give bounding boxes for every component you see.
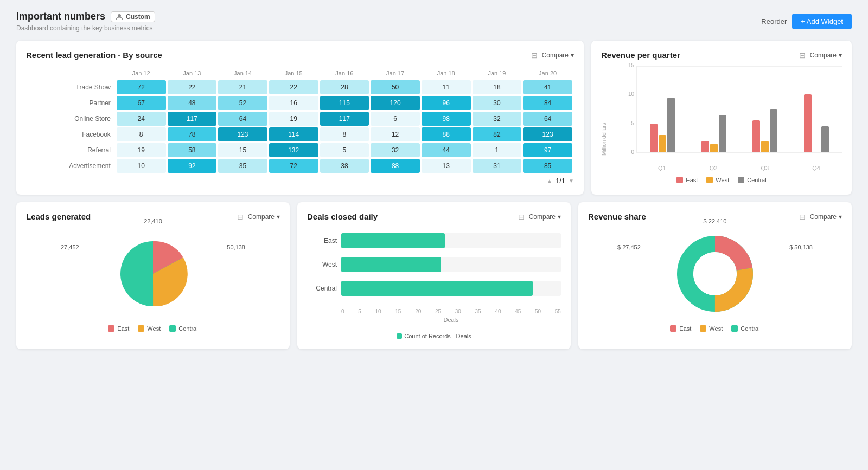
hbar-x-tick: 5: [358, 308, 361, 314]
chevron-down-icon-rq: ▾: [839, 51, 842, 59]
revenue-share-controls: ⊟ Compare ▾: [799, 213, 842, 221]
pagination: ▲ 1/1 ▼: [26, 177, 574, 185]
pie-label-west: 27,452: [61, 244, 79, 250]
hbar-x-tick: 45: [515, 308, 521, 314]
donut-label-west: $ 27,452: [617, 244, 641, 250]
custom-badge: Custom: [111, 11, 155, 22]
legend-west-lg: West: [138, 325, 161, 332]
leads-title: Leads generated: [26, 212, 91, 221]
compare-label: Compare: [542, 51, 569, 59]
leads-generated-widget: Leads generated ⊟ Compare ▾ 27,452 50,13…: [16, 202, 290, 349]
legend-west: West: [706, 177, 729, 183]
donut-area: $ 27,452 $ 50,138 $ 22,410: [588, 228, 842, 320]
legend-east-lg: East: [108, 325, 129, 332]
chevron-down-icon: ▾: [571, 51, 574, 59]
deals-controls: ⊟ Compare ▾: [518, 213, 561, 221]
revenue-bar-chart: 151050Q1Q2Q3Q4: [620, 66, 842, 171]
compare-label-dc: Compare: [529, 213, 556, 221]
hbar-row: Central: [307, 281, 561, 296]
pie-chart-svg: [110, 230, 196, 317]
heatmap-container: Jan 12Jan 13Jan 14Jan 15Jan 16Jan 17Jan …: [26, 66, 574, 185]
filter-icon[interactable]: ⊟: [531, 51, 538, 60]
chevron-down-icon-rs: ▾: [839, 213, 842, 221]
hbar-x-tick: 50: [535, 308, 541, 314]
donut-label-central: $ 50,138: [789, 244, 813, 250]
legend-central-lg: Central: [169, 325, 197, 332]
compare-button-lg[interactable]: Compare ▾: [248, 213, 280, 221]
legend-east: East: [676, 177, 698, 183]
pie-area: 27,452 50,138 22,410: [26, 228, 280, 320]
chevron-down-icon-dc: ▾: [558, 213, 561, 221]
svg-point-0: [118, 14, 121, 17]
deals-legend-item: Count of Records - Deals: [397, 333, 471, 339]
next-icon[interactable]: ▼: [569, 178, 574, 184]
donut-wrapper: $ 27,452 $ 50,138 $ 22,410: [661, 228, 769, 320]
heatmap-controls: ⊟ Compare ▾: [531, 51, 574, 60]
dashboard: Recent lead generation - By source ⊟ Com…: [16, 41, 852, 349]
hbar-row-label: West: [307, 261, 337, 268]
deals-legend: Count of Records - Deals: [307, 333, 561, 339]
compare-button[interactable]: Compare ▾: [542, 51, 574, 59]
donut-chart-svg: [672, 230, 758, 317]
pie-label-central: 50,138: [227, 244, 245, 250]
page-subtitle: Dashboard containing the key business me…: [16, 24, 155, 32]
heatmap-widget: Recent lead generation - By source ⊟ Com…: [16, 41, 584, 195]
compare-label-rs: Compare: [810, 213, 837, 221]
filter-icon-dc[interactable]: ⊟: [518, 213, 525, 221]
hbar-x-tick: 10: [375, 308, 381, 314]
add-widget-button[interactable]: + Add Widget: [792, 14, 852, 29]
deals-closed-widget: Deals closed daily ⊟ Compare ▾ East West…: [297, 202, 571, 349]
hbar-row: East: [307, 233, 561, 248]
revenue-share-legend: East West Central: [588, 325, 842, 332]
legend-central: Central: [738, 177, 766, 183]
header-left: Important numbers Custom Dashboard conta…: [16, 11, 155, 32]
filter-icon-rs[interactable]: ⊟: [799, 213, 806, 221]
hbar-row-label: East: [307, 237, 337, 244]
reorder-button[interactable]: Reorder: [761, 17, 787, 25]
badge-label: Custom: [126, 13, 150, 21]
compare-label-lg: Compare: [248, 213, 275, 221]
filter-icon-lg[interactable]: ⊟: [237, 213, 244, 221]
revenue-legend: East West Central: [601, 177, 842, 183]
revenue-quarter-title: Revenue per quarter: [601, 50, 680, 60]
hbar-fill: [341, 257, 441, 272]
hbar-track: [341, 233, 561, 248]
deals-legend-label: Count of Records - Deals: [404, 333, 471, 339]
revenue-share-title: Revenue share: [588, 212, 646, 221]
heatmap-table: Jan 12Jan 13Jan 14Jan 15Jan 16Jan 17Jan …: [26, 66, 574, 175]
y-axis-title: Million dollars: [601, 66, 607, 156]
title-text: Important numbers: [16, 11, 105, 22]
leads-legend: East West Central: [26, 325, 280, 332]
hbar-x-ticks: 0510152025303540455055: [307, 305, 561, 314]
pie-wrapper: 27,452 50,138 22,410: [99, 228, 207, 320]
compare-button-dc[interactable]: Compare ▾: [529, 213, 561, 221]
page-indicator: 1/1: [556, 177, 565, 185]
bottom-row: Leads generated ⊟ Compare ▾ 27,452 50,13…: [16, 202, 852, 349]
hbar-x-tick: 25: [435, 308, 441, 314]
hbar-chart: East West Central 0510152025303540455055…: [307, 228, 561, 329]
revenue-quarter-controls: ⊟ Compare ▾: [799, 51, 842, 60]
hbar-x-tick: 40: [495, 308, 501, 314]
hbar-fill: [341, 233, 445, 248]
compare-button-rq[interactable]: Compare ▾: [810, 51, 842, 59]
legend-central-rs: Central: [731, 325, 760, 332]
revenue-share-widget: Revenue share ⊟ Compare ▾ $ 27,452 $ 50,…: [578, 202, 852, 349]
hbar-x-tick: 20: [415, 308, 421, 314]
prev-icon[interactable]: ▲: [547, 178, 552, 184]
donut-label-east: $ 22,410: [704, 218, 727, 224]
deals-legend-dot: [397, 333, 402, 339]
page-title: Important numbers Custom: [16, 11, 155, 22]
compare-button-rs[interactable]: Compare ▾: [810, 213, 842, 221]
hbar-x-label: Deals: [307, 317, 561, 323]
deals-title: Deals closed daily: [307, 212, 378, 221]
filter-icon-rq[interactable]: ⊟: [799, 51, 806, 60]
svg-point-5: [693, 252, 737, 295]
hbar-x-tick: 55: [555, 308, 561, 314]
chevron-down-icon-lg: ▾: [277, 213, 280, 221]
heatmap-header: Recent lead generation - By source ⊟ Com…: [26, 50, 574, 60]
hbar-x-tick: 35: [475, 308, 481, 314]
hbar-track: [341, 281, 561, 296]
deals-header: Deals closed daily ⊟ Compare ▾: [307, 212, 561, 221]
hbar-x-tick: 15: [395, 308, 401, 314]
hbar-fill: [341, 281, 533, 296]
